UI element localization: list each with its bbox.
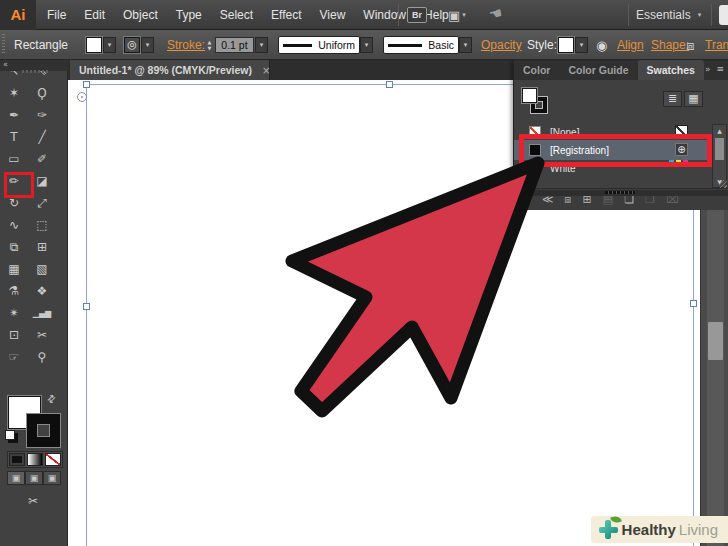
default-fill-stroke-icon[interactable]	[5, 430, 15, 440]
tool-zoom[interactable]: ⚲	[28, 346, 56, 368]
selection-handle-top-center[interactable]	[386, 81, 393, 88]
tool-eyedropper[interactable]: ⚗	[0, 280, 28, 302]
tool-rectangle[interactable]: ▭	[0, 148, 28, 170]
draw-inside-icon[interactable]: ▣	[43, 471, 61, 485]
artboard-origin-mark	[77, 92, 87, 102]
tool-magic-wand[interactable]: ✶	[0, 82, 28, 104]
menu-window[interactable]: Window	[354, 0, 415, 30]
selection-edge-left	[86, 84, 87, 546]
screen-mode-button[interactable]: ✂	[20, 494, 46, 510]
stroke-weight-dropdown[interactable]: ▾	[255, 37, 268, 53]
tool-paintbrush[interactable]: ✐	[28, 148, 56, 170]
stroke-weight-field[interactable]: 0.1 pt	[215, 37, 254, 53]
panel-menu-icon[interactable]: ≡	[716, 64, 724, 74]
swatch-list-scrollbar[interactable]: ▲ ▼	[712, 124, 727, 188]
style-dropdown[interactable]: ▾	[575, 37, 588, 53]
bridge-button[interactable]: Br	[407, 7, 427, 23]
rectangle-tool-highlight	[4, 172, 34, 198]
draw-behind-icon[interactable]: ▣	[25, 471, 43, 485]
fill-indicator[interactable]	[522, 88, 537, 103]
recolor-artwork-icon[interactable]: ◉	[596, 38, 607, 53]
tools-panel-grip[interactable]	[22, 70, 48, 73]
chevron-down-icon: ▾	[698, 11, 702, 19]
brush-dropdown[interactable]: ▾	[459, 37, 472, 53]
tab-color[interactable]: Color	[514, 60, 559, 80]
stroke-color-swatch[interactable]: ◎	[124, 37, 140, 53]
list-view-button[interactable]: ≣	[663, 91, 682, 107]
width-profile-dropdown[interactable]: ▾	[360, 37, 373, 53]
menu-object[interactable]: Object	[114, 0, 167, 30]
menu-type[interactable]: Type	[167, 0, 211, 30]
tab-color-guide[interactable]: Color Guide	[559, 60, 637, 80]
chevron-down-icon: ▾	[462, 11, 466, 19]
tab-swatches[interactable]: Swatches	[638, 60, 704, 80]
transform-link[interactable]: Trans	[705, 38, 728, 52]
swap-fill-stroke-icon[interactable]: ⇄	[44, 392, 58, 406]
tool-line-segment[interactable]: ╱	[28, 126, 56, 148]
workspace-switcher[interactable]: Essentials ▾	[636, 0, 701, 30]
drawing-mode-buttons: ▣ ▣ ▣	[7, 471, 61, 485]
stroke-preview-line	[283, 44, 312, 47]
draw-normal-icon[interactable]: ▣	[7, 471, 25, 485]
tool-slice[interactable]: ✂	[28, 324, 56, 346]
menu-view[interactable]: View	[311, 0, 355, 30]
close-icon[interactable]: ×	[262, 65, 270, 76]
stroke-color-well[interactable]	[27, 414, 60, 447]
cs-live-hand-icon[interactable]: ☚	[487, 4, 505, 25]
scrollbar-thumb[interactable]	[708, 322, 723, 360]
tool-shape-builder[interactable]: ⧉	[0, 236, 28, 258]
control-bar-grip[interactable]	[2, 34, 5, 55]
selection-handle-top-left[interactable]	[83, 81, 90, 88]
tool-artboard[interactable]: ⊡	[0, 324, 28, 346]
gradient-button[interactable]	[27, 453, 43, 466]
panel-dock-grip[interactable]	[513, 190, 728, 196]
tool-gradient[interactable]: ▧	[28, 258, 56, 280]
swatch-scroll-thumb[interactable]	[715, 138, 724, 160]
stroke-panel-link[interactable]: Stroke:	[167, 38, 205, 52]
tool-width[interactable]: ∿	[0, 214, 28, 236]
tools-grid: ↖ ⇖ ✶ Ϙ ✒ ✑ T ╱ ▭ ✐ ✏ ◪ ↻ ⤢ ∿ ⬚ ⧉ ⊞ ▦ ▧ …	[0, 60, 56, 368]
selection-handle-right-middle[interactable]	[690, 300, 697, 307]
search-icon[interactable]	[719, 5, 728, 25]
menu-effect[interactable]: Effect	[262, 0, 310, 30]
tool-symbol-sprayer[interactable]: ✴	[0, 302, 28, 324]
tool-pen[interactable]: ✒	[0, 104, 28, 126]
style-label: Style:	[527, 38, 557, 52]
stepper-down-icon[interactable]: ▼	[205, 45, 214, 51]
expand-panel-icon[interactable]: »	[705, 64, 711, 74]
style-swatch[interactable]	[558, 37, 574, 53]
transform-box-icon[interactable]: ⧈	[686, 38, 694, 54]
tool-mesh[interactable]: ▦	[0, 258, 28, 280]
tool-curvature[interactable]: ✑	[28, 104, 56, 126]
panel-tab-bar: Color Color Guide Swatches	[514, 60, 728, 80]
menu-edit[interactable]: Edit	[75, 0, 114, 30]
fill-color-swatch[interactable]	[86, 37, 102, 53]
opacity-link[interactable]: Opacity	[481, 38, 522, 52]
shape-link[interactable]: Shape:	[651, 38, 689, 52]
document-tab[interactable]: Untitled-1* @ 89% (CMYK/Preview) ×	[70, 60, 270, 80]
panel-resize-grip[interactable]	[719, 180, 727, 188]
tool-column-graph[interactable]: ▁▄▆	[28, 302, 56, 324]
fill-color-dropdown[interactable]: ▾	[103, 37, 116, 53]
selection-handle-left-middle[interactable]	[83, 303, 90, 310]
brush-select[interactable]: Basic	[383, 36, 459, 54]
menu-file[interactable]: File	[38, 0, 75, 30]
stroke-color-dropdown[interactable]: ▾	[141, 37, 154, 53]
none-button[interactable]	[45, 453, 61, 466]
stroke-weight-stepper[interactable]: ▲ ▼	[205, 37, 214, 53]
scroll-up-icon[interactable]: ▲	[713, 127, 726, 134]
tool-perspective-grid[interactable]: ⊞	[28, 236, 56, 258]
tool-free-transform[interactable]: ⬚	[28, 214, 56, 236]
control-bar: Rectangle ▾ ◎ ▾ Stroke: ▲ ▼ 0.1 pt ▾ Uni…	[0, 30, 728, 60]
tool-type[interactable]: T	[0, 126, 28, 148]
menu-select[interactable]: Select	[211, 0, 262, 30]
tool-blend[interactable]: ❖	[28, 280, 56, 302]
tool-hand[interactable]: ☞	[0, 346, 28, 368]
align-link[interactable]: Align	[617, 38, 644, 52]
width-profile-select[interactable]: Uniform	[278, 36, 360, 54]
registration-highlight-annotation	[519, 134, 712, 167]
arrange-documents-button[interactable]: ▣ ▾	[448, 7, 466, 23]
color-button[interactable]	[9, 453, 25, 466]
tool-lasso[interactable]: Ϙ	[28, 82, 56, 104]
grid-view-button[interactable]: ▦	[684, 91, 703, 107]
